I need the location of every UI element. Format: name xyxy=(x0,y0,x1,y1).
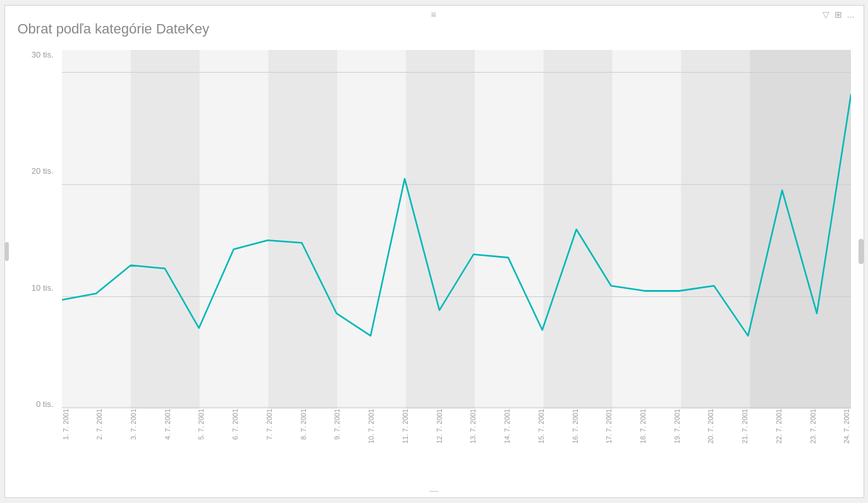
x-label-18: 18. 7. 2001 xyxy=(639,409,647,444)
chart-title: Obrat podľa kategórie DateKey xyxy=(18,21,210,37)
x-label-24: 24. 7. 2001 xyxy=(843,409,850,444)
y-label-0: 0 tis. xyxy=(36,399,53,409)
x-label-13: 13. 7. 2001 xyxy=(469,409,477,444)
svg-rect-5 xyxy=(612,50,681,409)
svg-rect-6 xyxy=(750,50,851,409)
x-label-1: 1. 7. 2001 xyxy=(62,409,70,440)
x-label-20: 20. 7. 2001 xyxy=(707,409,714,444)
x-label-17: 17. 7. 2001 xyxy=(605,409,613,444)
x-label-22: 22. 7. 2001 xyxy=(775,409,783,444)
chart-container: ≡ ▽ ⊞ ... Obrat podľa kategórie DateKey … xyxy=(4,5,864,498)
x-label-5: 5. 7. 2001 xyxy=(197,409,205,440)
right-scroll-handle[interactable] xyxy=(859,239,864,264)
x-label-14: 14. 7. 2001 xyxy=(503,409,511,444)
toolbar-icons: ▽ ⊞ ... xyxy=(822,9,855,20)
x-label-4: 4. 7. 2001 xyxy=(164,409,171,440)
x-label-15: 15. 7. 2001 xyxy=(537,409,545,444)
bottom-handle: ── xyxy=(429,488,438,495)
svg-rect-2 xyxy=(199,50,268,409)
x-label-10: 10. 7. 2001 xyxy=(367,409,375,444)
chart-area xyxy=(62,50,851,409)
x-label-21: 21. 7. 2001 xyxy=(741,409,749,444)
more-icon[interactable]: ... xyxy=(847,9,855,20)
drag-handle-bar: ≡ xyxy=(5,9,864,20)
x-label-11: 11. 7. 2001 xyxy=(401,409,409,444)
x-label-12: 12. 7. 2001 xyxy=(436,409,443,444)
svg-rect-1 xyxy=(62,50,131,409)
x-label-19: 19. 7. 2001 xyxy=(673,409,681,444)
x-label-6: 6. 7. 2001 xyxy=(231,409,239,440)
svg-rect-3 xyxy=(337,50,406,409)
y-label-30: 30 tis. xyxy=(32,50,54,59)
x-label-3: 3. 7. 2001 xyxy=(130,409,137,440)
y-axis: 30 tis. 20 tis. 10 tis. 0 tis. xyxy=(5,50,59,409)
x-label-9: 9. 7. 2001 xyxy=(333,409,341,440)
x-label-23: 23. 7. 2001 xyxy=(809,409,817,444)
x-label-8: 8. 7. 2001 xyxy=(300,409,307,440)
svg-rect-4 xyxy=(474,50,543,409)
y-label-20: 20 tis. xyxy=(32,166,54,176)
x-label-2: 2. 7. 2001 xyxy=(95,409,103,440)
left-handle xyxy=(5,242,9,261)
y-label-10: 10 tis. xyxy=(32,283,54,293)
x-label-7: 7. 7. 2001 xyxy=(266,409,273,440)
filter-icon[interactable]: ▽ xyxy=(822,9,829,20)
line-chart-svg xyxy=(62,50,851,409)
x-axis: 1. 7. 2001 2. 7. 2001 3. 7. 2001 4. 7. 2… xyxy=(62,409,851,491)
svg-rect-0 xyxy=(62,50,851,409)
expand-icon[interactable]: ⊞ xyxy=(834,9,842,20)
drag-icon: ≡ xyxy=(431,9,437,20)
x-label-16: 16. 7. 2001 xyxy=(572,409,579,444)
